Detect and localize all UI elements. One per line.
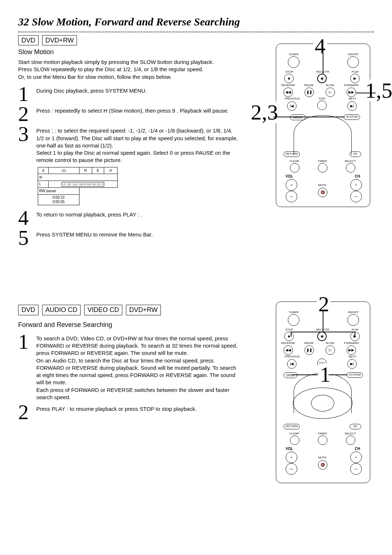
remote-illustration-bottom: TUNER ON/OFF STOP REC/OTR PLAY ■ ◉ ▶ REV…: [276, 301, 370, 483]
ok-button[interactable]: OK: [350, 424, 361, 429]
ch-down-button[interactable]: —: [350, 463, 362, 475]
tuner-button[interactable]: [288, 56, 299, 68]
mute-button[interactable]: 🔇: [318, 188, 327, 197]
next-button[interactable]: ▶|: [347, 101, 357, 111]
ch-down-button[interactable]: —: [350, 191, 362, 202]
system-button[interactable]: SYSTEM: [344, 114, 360, 120]
mute-icon: 🔇: [320, 190, 325, 195]
callout-line: [323, 53, 323, 74]
label-next: NEXT: [342, 355, 363, 359]
step-text: During Disc playback, press SYSTEM MENU.: [36, 85, 238, 94]
clear-button[interactable]: [290, 436, 299, 445]
step-2: 2 Press PLAY : to resume playback or pre…: [18, 403, 238, 421]
remote-illustration-top: TUNER ON/OFF STOP REC/OTR PLAY ■ ◉ ▶ REV…: [276, 44, 370, 207]
minus-icon: —: [290, 194, 293, 199]
format-badge: DVD+RW: [42, 35, 77, 45]
osd-time-1: 0:00:22: [39, 195, 78, 200]
return-button[interactable]: RETURN: [283, 151, 300, 157]
label-slow: SLOW: [319, 341, 341, 345]
forward-button[interactable]: ▶▶: [347, 345, 356, 355]
format-badge: AUDIO CD: [42, 305, 81, 315]
osd-cell: d: [38, 167, 49, 174]
pause-button[interactable]: ❚❚: [305, 345, 314, 355]
play-button[interactable]: ▶: [350, 74, 360, 83]
minus-icon: —: [354, 194, 358, 199]
tuner-button[interactable]: [288, 314, 299, 326]
edit-button[interactable]: [317, 101, 327, 110]
timer-button[interactable]: [318, 163, 327, 173]
return-button[interactable]: RETURN: [283, 424, 300, 429]
previous-button[interactable]: |◀: [287, 359, 297, 369]
nav-center: [311, 395, 334, 412]
osd-cell: E: [92, 167, 104, 174]
stop-button[interactable]: ■: [284, 74, 294, 83]
label-slow: SLOW: [319, 84, 341, 88]
label-forward: FORWARD: [340, 341, 362, 345]
step-number: 2: [18, 105, 31, 123]
forward-button[interactable]: ▶▶: [347, 88, 356, 97]
osd-cell: ⟳: [104, 167, 118, 174]
step-text: Press ; : to select the required speed: …: [36, 125, 238, 164]
label-mute: MUTE: [311, 183, 333, 187]
stop-button[interactable]: ■: [284, 332, 294, 341]
ch-up-button[interactable]: ＋: [350, 451, 362, 463]
step-text: Press SYSTEM MENU to remove the Menu Bar…: [36, 229, 238, 238]
select-button[interactable]: [346, 436, 355, 445]
ch-up-button[interactable]: ＋: [350, 179, 362, 191]
pause-button[interactable]: ❚❚: [305, 88, 314, 97]
step-number: 4: [18, 209, 31, 227]
clear-button[interactable]: [290, 163, 299, 173]
plus-icon: ＋: [290, 455, 293, 460]
minus-icon: —: [354, 466, 358, 471]
label-pause: PAUSE: [298, 84, 320, 88]
label-previous: PREVIOUS: [281, 355, 303, 359]
minus-icon: —: [290, 466, 293, 471]
mute-button[interactable]: 🔇: [318, 460, 327, 470]
plus-icon: ＋: [290, 182, 293, 187]
ok-button[interactable]: OK: [350, 151, 361, 157]
record-icon: ◉: [320, 334, 324, 339]
step-number: 1: [18, 85, 31, 103]
step-5: 5 Press SYSTEM MENU to remove the Menu B…: [18, 229, 238, 247]
previous-button[interactable]: |◀: [287, 101, 297, 111]
step-3: 3 Press ; : to select the required speed…: [18, 125, 238, 164]
callout-line: [356, 93, 376, 93]
rec-button[interactable]: ◉: [317, 74, 327, 83]
next-button[interactable]: ▶|: [347, 359, 357, 369]
callout-line: [355, 332, 355, 337]
step-number: 2: [18, 403, 31, 421]
step-text: To return to normal playback, press PLAY…: [36, 209, 238, 218]
reverse-button[interactable]: ◀◀: [283, 88, 293, 97]
callout-line: [328, 374, 347, 375]
label-vol: VOL: [278, 446, 300, 451]
callout-number: 1,5: [364, 80, 392, 101]
callout-line: [291, 332, 291, 337]
reverse-button[interactable]: ◀◀: [283, 345, 293, 355]
vol-down-button[interactable]: —: [286, 463, 297, 475]
steps-list: 1 To search a DVD, Video CD, or DVD+RW a…: [18, 333, 238, 421]
onoff-button[interactable]: [347, 56, 359, 68]
slow-icon: ▷: [329, 90, 332, 95]
steps-list: 1 During Disc playback, press SYSTEM MEN…: [18, 85, 238, 247]
mute-icon: 🔇: [320, 462, 325, 467]
rec-button[interactable]: ◉: [317, 332, 327, 341]
record-icon: ◉: [320, 76, 324, 81]
system-button[interactable]: SYSTEM: [347, 372, 363, 378]
label-vol: VOL: [278, 174, 300, 179]
vol-up-button[interactable]: ＋: [286, 179, 297, 191]
select-button[interactable]: [346, 163, 355, 173]
timer-button[interactable]: [318, 436, 327, 445]
onoff-button[interactable]: [347, 314, 359, 326]
slow-button[interactable]: ▷: [326, 88, 335, 97]
fast-forward-icon: ▶▶: [348, 348, 354, 353]
play-icon: ▶: [354, 76, 356, 81]
vol-up-button[interactable]: ＋: [286, 451, 297, 463]
label-ch: CH: [347, 446, 368, 451]
label-next: NEXT: [342, 97, 363, 101]
step-number: 5: [18, 229, 31, 247]
osd-cell: L: [38, 181, 49, 187]
disc-button[interactable]: DISC: [283, 372, 297, 378]
label-forward: FORWARD: [340, 84, 362, 88]
slow-button[interactable]: ▷: [326, 345, 335, 355]
vol-down-button[interactable]: —: [286, 191, 297, 202]
